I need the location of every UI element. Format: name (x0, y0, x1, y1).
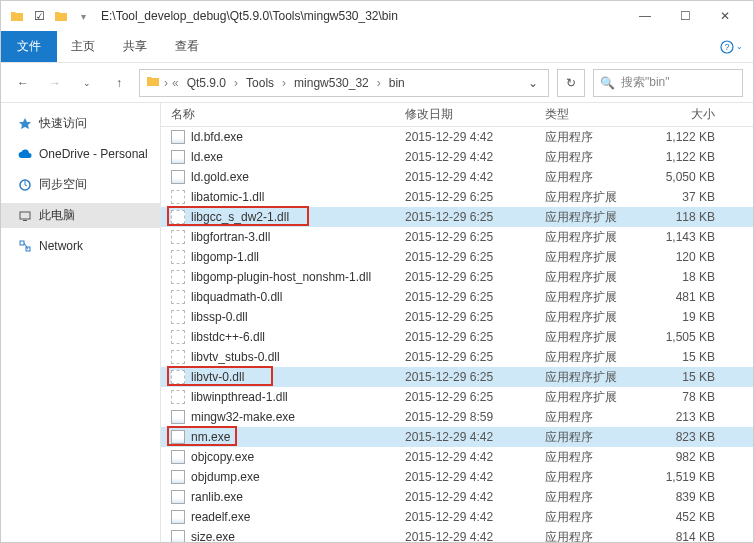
file-name: objcopy.exe (191, 450, 254, 464)
file-row[interactable]: libvtv_stubs-0.dll2015-12-29 6:25应用程序扩展1… (161, 347, 753, 367)
chevron-right-icon[interactable]: › (234, 76, 238, 90)
svg-rect-4 (20, 212, 30, 219)
filepane: 名称 修改日期 类型 大小 ld.bfd.exe2015-12-29 4:42应… (161, 103, 753, 542)
chevron-right-icon[interactable]: › (377, 76, 381, 90)
file-name: libvtv-0.dll (191, 370, 244, 384)
file-row[interactable]: libgfortran-3.dll2015-12-29 6:25应用程序扩展1,… (161, 227, 753, 247)
qa-checkbox-icon[interactable]: ☑ (31, 8, 47, 24)
file-type: 应用程序扩展 (545, 209, 655, 226)
file-icon (171, 430, 185, 444)
file-date: 2015-12-29 4:42 (405, 150, 545, 164)
search-input[interactable]: 🔍 搜索"bin" (593, 69, 743, 97)
folder-icon (146, 74, 160, 91)
file-row[interactable]: libwinpthread-1.dll2015-12-29 6:25应用程序扩展… (161, 387, 753, 407)
file-type: 应用程序扩展 (545, 249, 655, 266)
address-dropdown-icon[interactable]: ⌄ (524, 76, 542, 90)
file-row[interactable]: objcopy.exe2015-12-29 4:42应用程序982 KB (161, 447, 753, 467)
file-row[interactable]: ranlib.exe2015-12-29 4:42应用程序839 KB (161, 487, 753, 507)
help-button[interactable]: ?⌄ (709, 31, 753, 62)
file-row[interactable]: nm.exe2015-12-29 4:42应用程序823 KB (161, 427, 753, 447)
file-name: libatomic-1.dll (191, 190, 264, 204)
file-icon (171, 230, 185, 244)
recent-dropdown[interactable]: ⌄ (75, 71, 99, 95)
file-icon (171, 410, 185, 424)
maximize-button[interactable]: ☐ (665, 2, 705, 30)
file-date: 2015-12-29 6:25 (405, 390, 545, 404)
up-button[interactable]: ↑ (107, 71, 131, 95)
file-type: 应用程序扩展 (545, 189, 655, 206)
qa-dropdown-icon[interactable]: ▾ (75, 8, 91, 24)
file-name: libgfortran-3.dll (191, 230, 270, 244)
sidebar-item[interactable]: 同步空间 (1, 172, 160, 197)
addressbar[interactable]: › « Qt5.9.0 › Tools › mingw530_32 › bin … (139, 69, 549, 97)
file-size: 5,050 KB (655, 170, 725, 184)
file-type: 应用程序 (545, 449, 655, 466)
file-name: mingw32-make.exe (191, 410, 295, 424)
file-type: 应用程序 (545, 129, 655, 146)
breadcrumb[interactable]: bin (385, 76, 409, 90)
file-icon (171, 470, 185, 484)
file-size: 1,122 KB (655, 130, 725, 144)
file-type: 应用程序 (545, 509, 655, 526)
breadcrumb[interactable]: mingw530_32 (290, 76, 373, 90)
file-row[interactable]: ld.exe2015-12-29 4:42应用程序1,122 KB (161, 147, 753, 167)
menu-view[interactable]: 查看 (161, 31, 213, 62)
breadcrumb[interactable]: Qt5.9.0 (183, 76, 230, 90)
search-icon: 🔍 (600, 76, 615, 90)
file-row[interactable]: libssp-0.dll2015-12-29 6:25应用程序扩展19 KB (161, 307, 753, 327)
file-row[interactable]: libstdc++-6.dll2015-12-29 6:25应用程序扩展1,50… (161, 327, 753, 347)
window-title: E:\Tool_develop_debug\Qt5.9.0\Tools\ming… (101, 9, 625, 23)
file-row[interactable]: libgomp-1.dll2015-12-29 6:25应用程序扩展120 KB (161, 247, 753, 267)
file-row[interactable]: size.exe2015-12-29 4:42应用程序814 KB (161, 527, 753, 542)
forward-button[interactable]: → (43, 71, 67, 95)
breadcrumb[interactable]: Tools (242, 76, 278, 90)
file-date: 2015-12-29 6:25 (405, 310, 545, 324)
sidebar-item[interactable]: OneDrive - Personal (1, 142, 160, 166)
qa-folder-icon[interactable] (53, 8, 69, 24)
file-size: 213 KB (655, 410, 725, 424)
menu-home[interactable]: 主页 (57, 31, 109, 62)
file-icon (171, 170, 185, 184)
sidebar-item[interactable]: 此电脑 (1, 203, 160, 228)
header-name[interactable]: 名称 (161, 106, 405, 123)
file-icon (171, 490, 185, 504)
file-size: 839 KB (655, 490, 725, 504)
file-icon (171, 450, 185, 464)
back-button[interactable]: ← (11, 71, 35, 95)
file-row[interactable]: libgomp-plugin-host_nonshm-1.dll2015-12-… (161, 267, 753, 287)
file-row[interactable]: readelf.exe2015-12-29 4:42应用程序452 KB (161, 507, 753, 527)
menubar: 文件 主页 共享 查看 ?⌄ (1, 31, 753, 63)
file-row[interactable]: libgcc_s_dw2-1.dll2015-12-29 6:25应用程序扩展1… (161, 207, 753, 227)
file-row[interactable]: libvtv-0.dll2015-12-29 6:25应用程序扩展15 KB (161, 367, 753, 387)
file-row[interactable]: libquadmath-0.dll2015-12-29 6:25应用程序扩展48… (161, 287, 753, 307)
file-size: 452 KB (655, 510, 725, 524)
chevron-right-icon[interactable]: › (164, 76, 168, 90)
file-row[interactable]: ld.gold.exe2015-12-29 4:42应用程序5,050 KB (161, 167, 753, 187)
file-type: 应用程序 (545, 489, 655, 506)
minimize-button[interactable]: — (625, 2, 665, 30)
file-type: 应用程序扩展 (545, 349, 655, 366)
file-icon (171, 390, 185, 404)
svg-rect-6 (20, 241, 24, 245)
file-row[interactable]: libatomic-1.dll2015-12-29 6:25应用程序扩展37 K… (161, 187, 753, 207)
menu-file[interactable]: 文件 (1, 31, 57, 62)
chevron-right-icon[interactable]: › (282, 76, 286, 90)
menu-share[interactable]: 共享 (109, 31, 161, 62)
file-type: 应用程序扩展 (545, 229, 655, 246)
refresh-button[interactable]: ↻ (557, 69, 585, 97)
header-size[interactable]: 大小 (655, 106, 725, 123)
file-type: 应用程序 (545, 469, 655, 486)
close-button[interactable]: ✕ (705, 2, 745, 30)
sidebar-item[interactable]: Network (1, 234, 160, 258)
header-date[interactable]: 修改日期 (405, 106, 545, 123)
file-icon (171, 130, 185, 144)
filelist[interactable]: ld.bfd.exe2015-12-29 4:42应用程序1,122 KBld.… (161, 127, 753, 542)
header-type[interactable]: 类型 (545, 106, 655, 123)
file-date: 2015-12-29 6:25 (405, 230, 545, 244)
file-row[interactable]: objdump.exe2015-12-29 4:42应用程序1,519 KB (161, 467, 753, 487)
file-name: nm.exe (191, 430, 230, 444)
file-row[interactable]: mingw32-make.exe2015-12-29 8:59应用程序213 K… (161, 407, 753, 427)
file-name: libgcc_s_dw2-1.dll (191, 210, 289, 224)
sidebar-item[interactable]: 快速访问 (1, 111, 160, 136)
file-row[interactable]: ld.bfd.exe2015-12-29 4:42应用程序1,122 KB (161, 127, 753, 147)
